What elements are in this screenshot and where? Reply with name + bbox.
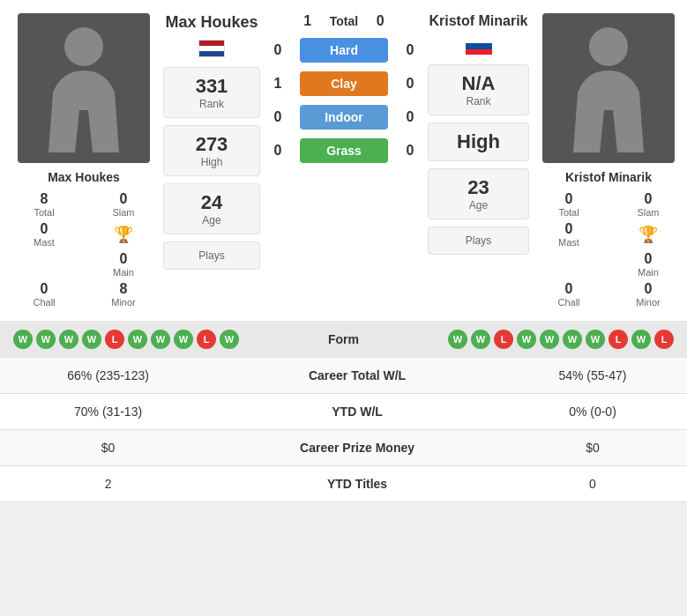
left-minor-value: 8	[120, 281, 128, 297]
form-label: Form	[291, 332, 397, 346]
right-player-card: Kristof Minarik 0 Total 0 Slam 0 Mast 🏆	[534, 13, 683, 308]
indoor-left-score: 0	[269, 109, 287, 125]
hard-row: 0 Hard 0	[269, 38, 419, 63]
player-comparison: Max Houkes 8 Total 0 Slam 0 Mast 🏆	[0, 0, 687, 321]
left-mast-label: Mast	[34, 237, 55, 248]
left-main-label: Main	[113, 267, 134, 278]
right-player-name: Kristof Minarik	[565, 170, 652, 184]
form-badge-right: W	[586, 330, 605, 349]
right-minor-value: 0	[645, 281, 653, 297]
prize-row: $0 Career Prize Money $0	[0, 430, 687, 466]
form-badge-right: W	[517, 330, 536, 349]
right-age-box: 23 Age	[428, 168, 529, 219]
slovakia-flag	[466, 37, 492, 55]
left-plays-box: Plays	[163, 241, 260, 270]
left-rank-label: Rank	[168, 98, 255, 110]
right-main-value: 0	[645, 251, 653, 267]
ytd-wl-left: 70% (31-13)	[0, 394, 216, 430]
right-main-label: Main	[638, 267, 659, 278]
right-high-box: High	[428, 122, 529, 161]
left-player-stats-grid: 8 Total 0 Slam 0 Mast 🏆 0 Main	[9, 191, 159, 308]
form-badge-left: W	[59, 330, 78, 349]
right-flag	[466, 37, 492, 57]
left-high-value: 273	[168, 133, 255, 156]
right-plays-box: Plays	[428, 226, 529, 255]
form-badge-right: W	[448, 330, 467, 349]
prize-left: $0	[0, 430, 216, 466]
left-flag	[198, 40, 225, 60]
grass-row: 0 Grass 0	[269, 138, 419, 163]
left-age-value: 24	[168, 191, 255, 214]
right-minor-label: Minor	[636, 297, 661, 308]
left-form: WWWWLWWWLW	[13, 330, 284, 349]
titles-right: 0	[498, 466, 687, 502]
titles-left: 2	[0, 466, 216, 502]
right-rank-label: Rank	[433, 95, 524, 108]
left-high-box: 273 High	[163, 125, 260, 176]
left-age-box: 24 Age	[163, 183, 260, 234]
right-player-name-header: Kristof Minarik	[429, 13, 527, 29]
left-player-photo	[18, 13, 150, 163]
left-main-value: 0	[120, 251, 128, 267]
left-slam-label: Slam	[112, 207, 134, 218]
left-chall-label: Chall	[33, 297, 55, 308]
svg-rect-2	[466, 43, 492, 49]
form-badge-right: W	[540, 330, 559, 349]
left-minor-stat: 8 Minor	[88, 281, 159, 308]
indoor-button: Indoor	[300, 105, 388, 130]
left-player-card: Max Houkes 8 Total 0 Slam 0 Mast 🏆	[9, 13, 159, 308]
form-badge-left: W	[13, 330, 33, 349]
indoor-row: 0 Indoor 0	[269, 105, 419, 130]
form-badge-left: L	[105, 330, 124, 349]
titles-label: YTD Titles	[216, 466, 498, 502]
right-player-silhouette	[569, 22, 648, 154]
svg-rect-3	[466, 49, 492, 55]
career-wl-left: 66% (235-123)	[0, 358, 216, 394]
svg-point-0	[64, 27, 103, 66]
form-badge-left: W	[174, 330, 193, 349]
svg-point-4	[589, 27, 628, 66]
total-row: 1 Total 0	[269, 13, 419, 29]
form-section: WWWWLWWWLW Form WWLWWWWLWL	[0, 321, 687, 358]
indoor-right-score: 0	[401, 109, 419, 125]
court-stats: 1 Total 0 0 Hard 0 1 Clay 0 0 Indoor 0 0	[265, 13, 423, 308]
left-player-silhouette	[44, 22, 123, 154]
left-main-stat: 0 Main	[88, 251, 159, 278]
grass-right-score: 0	[401, 143, 419, 159]
right-trophy-icon: 🏆	[613, 221, 683, 248]
right-minor-stat: 0 Minor	[613, 281, 683, 308]
hard-left-score: 0	[269, 42, 287, 58]
main-container: Max Houkes 8 Total 0 Slam 0 Mast 🏆	[0, 0, 687, 502]
right-middle-stats: Kristof Minarik N/A Rank High 23 Age	[428, 13, 529, 308]
right-form: WWLWWWWLWL	[404, 330, 675, 349]
hard-button: Hard	[300, 38, 388, 63]
right-mast-stat: 0 Mast	[534, 221, 604, 248]
right-age-value: 23	[433, 176, 524, 199]
left-middle-stats: Max Houkes 331 Rank 273 High 24 Age Play…	[163, 13, 260, 308]
form-badge-right: L	[494, 330, 513, 349]
prize-right: $0	[498, 430, 687, 466]
right-mast-label: Mast	[558, 237, 579, 248]
form-badge-right: L	[654, 330, 674, 349]
left-high-label: High	[168, 156, 255, 168]
right-chall-stat: 0 Chall	[534, 281, 604, 308]
right-main-stat: 0 Main	[613, 251, 683, 278]
left-chall-stat: 0 Chall	[9, 281, 79, 308]
total-right-score: 0	[371, 13, 389, 29]
right-rank-box: N/A Rank	[428, 64, 529, 115]
left-total-label: Total	[34, 207, 54, 218]
form-badge-right: L	[609, 330, 628, 349]
left-player-name: Max Houkes	[48, 170, 120, 184]
titles-row: 2 YTD Titles 0	[0, 466, 687, 502]
right-player-stats-grid: 0 Total 0 Slam 0 Mast 🏆 0 Main	[534, 191, 683, 308]
form-badge-right: W	[563, 330, 582, 349]
clay-left-score: 1	[269, 76, 287, 92]
right-slam-stat: 0 Slam	[613, 191, 683, 218]
left-total-stat: 8 Total	[9, 191, 79, 218]
left-player-name-header: Max Houkes	[165, 13, 258, 32]
career-wl-row: 66% (235-123) Career Total W/L 54% (55-4…	[0, 358, 687, 394]
right-player-photo	[542, 13, 675, 163]
form-badge-left: W	[151, 330, 170, 349]
ytd-wl-row: 70% (31-13) YTD W/L 0% (0-0)	[0, 394, 687, 430]
left-rank-box: 331 Rank	[163, 67, 260, 118]
